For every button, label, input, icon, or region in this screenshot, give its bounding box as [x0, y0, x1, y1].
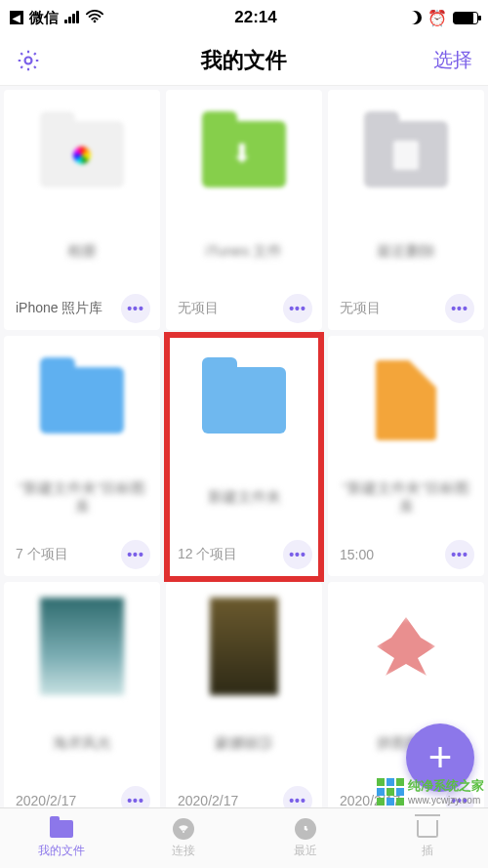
more-button[interactable]: •••: [445, 294, 474, 323]
file-name: 相册: [67, 241, 97, 261]
color-wheel-icon: [73, 146, 91, 164]
file-card[interactable]: 相册 iPhone 照片库 •••: [4, 90, 160, 330]
file-card[interactable]: 蒙娜丽莎 2020/2/17 •••: [166, 582, 322, 822]
file-card[interactable]: 海岸风光 2020/2/17 •••: [4, 582, 160, 822]
thumbnail: [336, 346, 476, 455]
thumbnail: [12, 346, 152, 455]
status-right: ⏰: [408, 9, 478, 27]
more-button[interactable]: •••: [445, 540, 474, 569]
file-card[interactable]: 最近删除 无项目 •••: [328, 90, 484, 330]
file-sub: 无项目: [340, 300, 381, 317]
alarm-icon: ⏰: [427, 9, 447, 27]
file-sub: 2020/2/17: [16, 793, 76, 808]
file-card[interactable]: "新建文件夹"目标图库 15:00 •••: [328, 336, 484, 576]
tab-recent[interactable]: 最近: [244, 808, 366, 868]
document-icon: [376, 360, 436, 440]
folder-icon: [202, 367, 286, 434]
tab-plugins[interactable]: 插: [366, 808, 488, 868]
wifi-icon: [86, 10, 103, 26]
watermark-logo-icon: [377, 778, 404, 806]
signal-icon: [64, 10, 80, 26]
thumbnail: ⬇: [174, 100, 314, 209]
tab-label: 连接: [172, 843, 195, 859]
carrier-label: 微信: [29, 9, 59, 27]
more-button[interactable]: •••: [121, 294, 150, 323]
tab-label: 我的文件: [38, 843, 85, 859]
settings-button[interactable]: [16, 48, 41, 73]
plus-icon: +: [428, 737, 453, 778]
svg-point-1: [25, 57, 32, 63]
svg-point-2: [183, 831, 184, 833]
select-button[interactable]: 选择: [433, 47, 472, 73]
lock-icon: [393, 141, 419, 170]
back-app-icon[interactable]: ◀: [10, 11, 23, 24]
status-left: ◀ 微信: [10, 9, 103, 27]
file-sub: 15:00: [340, 547, 374, 562]
folder-icon: [40, 121, 124, 187]
thumbnail: [174, 592, 314, 701]
folder-icon: ⬇: [202, 121, 286, 187]
tab-label: 最近: [294, 843, 317, 859]
battery-icon: [453, 12, 478, 24]
watermark-url: www.ycwjzy.com: [408, 795, 484, 806]
clock: 22:14: [234, 8, 276, 27]
more-button[interactable]: •••: [121, 540, 150, 569]
clock-icon: [293, 818, 318, 840]
dnd-icon: [408, 11, 422, 24]
puzzle-icon: [377, 617, 435, 676]
file-name: "新建文件夹"目标图库: [342, 478, 470, 517]
thumbnail: [12, 592, 152, 701]
tab-bar: 我的文件 连接 最近 插: [0, 807, 488, 868]
watermark: 纯净系统之家 www.ycwjzy.com: [377, 775, 484, 807]
download-icon: ⬇: [231, 139, 253, 169]
header: 我的文件 选择: [0, 35, 488, 86]
more-button[interactable]: •••: [283, 294, 312, 323]
folder-icon: [49, 818, 74, 840]
svg-point-0: [94, 20, 97, 22]
file-card[interactable]: "新建文件夹"目标图库 7 个项目 •••: [4, 336, 160, 576]
cart-icon: [415, 818, 440, 840]
file-name: 海岸风光: [53, 733, 111, 753]
wifi-circle-icon: [171, 818, 196, 840]
thumbnail: [12, 100, 152, 209]
thumbnail: [174, 346, 314, 455]
folder-icon: [364, 121, 448, 187]
file-name: iTunes 文件: [206, 241, 283, 261]
tab-files[interactable]: 我的文件: [0, 808, 122, 868]
image-thumb: [40, 598, 124, 695]
file-grid: 相册 iPhone 照片库 ••• ⬇ iTunes 文件 无项目 ••• 最近…: [0, 86, 488, 826]
file-sub: 无项目: [178, 300, 219, 317]
file-name: "新建文件夹"目标图库: [18, 478, 146, 517]
tab-label: 插: [422, 843, 433, 859]
file-sub: 7 个项目: [16, 546, 68, 563]
file-name: 最近删除: [377, 241, 435, 261]
file-name: 蒙娜丽莎: [215, 733, 273, 753]
folder-icon: [40, 367, 124, 434]
file-card[interactable]: 新建文件夹 12 个项目 •••: [166, 336, 322, 576]
file-name: 新建文件夹: [208, 487, 281, 507]
file-caption: iPhone 照片库: [16, 300, 102, 317]
file-sub: 12 个项目: [178, 546, 237, 563]
thumbnail: [336, 100, 476, 209]
tab-connect[interactable]: 连接: [122, 808, 244, 868]
file-sub: 2020/2/17: [178, 793, 238, 808]
page-title: 我的文件: [0, 46, 488, 75]
watermark-text: 纯净系统之家: [408, 778, 484, 793]
image-thumb: [210, 598, 278, 695]
more-button[interactable]: •••: [283, 540, 312, 569]
status-bar: ◀ 微信 22:14 ⏰: [0, 0, 488, 35]
file-card[interactable]: ⬇ iTunes 文件 无项目 •••: [166, 90, 322, 330]
thumbnail: [336, 592, 476, 701]
